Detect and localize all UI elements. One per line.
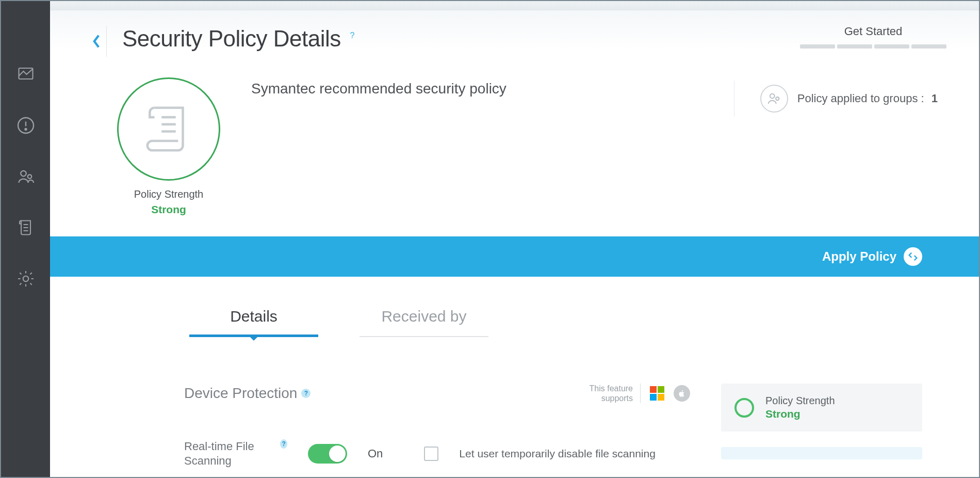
toggle-state-label: On xyxy=(368,447,383,460)
secondary-info-card xyxy=(721,447,922,459)
groups-icon-circle xyxy=(760,85,788,113)
applied-groups-text: Policy applied to groups : 1 xyxy=(797,92,938,105)
section-title: Device Protection ? xyxy=(184,385,311,402)
supports-text: This feature supports xyxy=(590,384,641,403)
svg-point-9 xyxy=(23,276,28,282)
sidebar-item-dashboard[interactable] xyxy=(14,63,37,86)
applied-groups-count: 1 xyxy=(932,92,938,105)
page-title: Security Policy Details ? xyxy=(122,26,354,52)
gear-icon xyxy=(17,269,35,288)
help-icon[interactable]: ? xyxy=(301,389,311,398)
apple-icon xyxy=(674,385,690,402)
sidebar-item-groups[interactable] xyxy=(14,165,37,188)
help-icon[interactable]: ? xyxy=(350,31,354,40)
get-started-panel[interactable]: Get Started xyxy=(796,25,951,49)
disable-scanning-label: Let user temporarily disable file scanni… xyxy=(459,448,656,460)
windows-icon xyxy=(649,385,665,402)
strength-value: Strong xyxy=(117,203,220,216)
dashboard-icon xyxy=(17,65,35,84)
groups-icon xyxy=(766,91,782,106)
svg-point-4 xyxy=(21,171,26,177)
setting-label: Real-time File Scanning ? xyxy=(184,439,287,468)
strength-ring-icon xyxy=(734,398,754,418)
progress-segment xyxy=(911,44,946,49)
chevron-left-icon xyxy=(92,34,101,49)
toggle-knob xyxy=(329,445,346,462)
details-left-column: Device Protection ? This feature support… xyxy=(184,384,690,468)
strength-label: Policy Strength xyxy=(117,188,220,200)
apply-bar: Apply Policy xyxy=(50,236,979,277)
app-window: Security Policy Details ? Get Started xyxy=(0,0,980,478)
policy-scroll-icon xyxy=(17,218,35,237)
top-bar xyxy=(50,1,979,10)
progress-segment xyxy=(874,44,909,49)
apply-policy-label: Apply Policy xyxy=(822,249,896,264)
back-button[interactable] xyxy=(86,26,107,57)
help-icon[interactable]: ? xyxy=(280,439,287,449)
sidebar-item-policies[interactable] xyxy=(14,216,37,239)
policy-summary: Policy Strength Strong Symantec recommen… xyxy=(50,67,979,236)
sidebar-item-alerts[interactable] xyxy=(14,114,37,137)
section-title-text: Device Protection xyxy=(184,385,297,402)
medallion-circle xyxy=(117,77,220,181)
svg-point-5 xyxy=(27,174,31,179)
page-title-text: Security Policy Details xyxy=(122,26,341,51)
applied-groups[interactable]: Policy applied to groups : 1 xyxy=(734,81,943,117)
setting-label-text: Real-time File Scanning xyxy=(184,439,277,468)
svg-point-14 xyxy=(776,97,779,100)
swap-arrows-icon xyxy=(907,251,919,262)
strength-medallion: Policy Strength Strong xyxy=(117,77,220,216)
strength-card: Policy Strength Strong xyxy=(721,384,922,432)
disable-scanning-checkbox[interactable] xyxy=(424,447,438,461)
policy-name: Symantec recommended security policy xyxy=(251,77,703,97)
groups-icon xyxy=(17,167,35,186)
progress-segment xyxy=(800,44,835,49)
supports-line2: supports xyxy=(590,393,633,403)
progress-track xyxy=(796,44,951,49)
sidebar xyxy=(1,1,50,477)
realtime-scanning-toggle[interactable] xyxy=(308,444,347,464)
strength-card-label: Policy Strength xyxy=(765,395,835,407)
tab-details[interactable]: Details xyxy=(189,308,318,337)
setting-row-realtime-scanning: Real-time File Scanning ? On Let user te… xyxy=(184,439,690,468)
tab-received-by[interactable]: Received by xyxy=(360,308,488,337)
svg-point-13 xyxy=(770,94,775,99)
apply-policy-button[interactable]: Apply Policy xyxy=(822,247,922,266)
document-scroll-icon xyxy=(140,101,197,157)
applied-groups-label: Policy applied to groups : xyxy=(797,92,924,105)
strength-card-value: Strong xyxy=(765,408,835,420)
details-right-panel: Policy Strength Strong xyxy=(721,384,922,459)
sidebar-item-settings[interactable] xyxy=(14,267,37,290)
supports-line1: This feature xyxy=(590,384,633,393)
section-header: Device Protection ? This feature support… xyxy=(184,384,690,403)
get-started-label: Get Started xyxy=(796,25,951,38)
main-content: Security Policy Details ? Get Started xyxy=(50,1,979,477)
feature-supports: This feature supports xyxy=(590,384,690,403)
alert-icon xyxy=(17,116,35,135)
svg-point-3 xyxy=(25,129,26,130)
progress-segment xyxy=(837,44,872,49)
details-body: Device Protection ? This feature support… xyxy=(50,337,979,468)
page-header: Security Policy Details ? Get Started xyxy=(50,10,979,67)
tabs: Details Received by xyxy=(50,277,979,337)
apply-icon xyxy=(904,247,922,266)
